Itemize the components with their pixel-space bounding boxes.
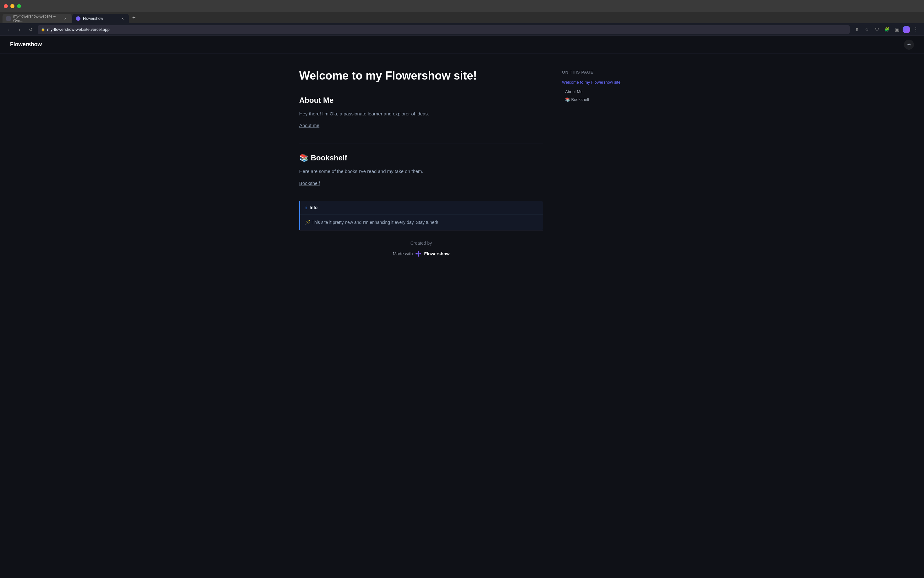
tab-label-inactive: my-flowershow-website – Ove... <box>13 14 60 23</box>
footer-created-by: Created by <box>299 240 543 245</box>
tab-inactive[interactable]: my-flowershow-website – Ove... ✕ <box>3 14 72 23</box>
footer-made-with: Made with Flowershow <box>299 251 543 257</box>
share-button[interactable]: ⬆ <box>852 25 861 34</box>
svg-point-2 <box>417 255 419 257</box>
about-me-link[interactable]: About me <box>299 123 319 128</box>
browser-titlebar <box>0 0 924 12</box>
toc-item-about-me[interactable]: About Me <box>562 88 625 96</box>
tab-close-active[interactable]: ✕ <box>120 16 125 21</box>
svg-point-1 <box>417 251 419 253</box>
bookshelf-link[interactable]: Bookshelf <box>299 180 320 186</box>
svg-point-4 <box>419 253 421 255</box>
flowershow-footer-icon <box>415 251 421 257</box>
site-logo: Flowershow <box>10 41 42 48</box>
user-avatar[interactable] <box>903 26 910 33</box>
maximize-button[interactable] <box>17 4 21 8</box>
address-bar[interactable]: 🔒 my-flowershow-website.vercel.app <box>38 25 850 34</box>
forward-button[interactable]: › <box>15 25 24 34</box>
about-me-section: About Me Hey there! I'm Ola, a passionat… <box>299 96 543 141</box>
page-title: Welcome to my Flowershow site! <box>299 68 543 83</box>
add-tab-button[interactable]: + <box>129 13 138 22</box>
callout-header: ℹ Info <box>300 201 543 214</box>
tab-favicon-other <box>6 16 11 21</box>
bookmark-button[interactable]: ☆ <box>863 25 871 34</box>
toc-item-welcome[interactable]: Welcome to my Flowershow site! <box>562 78 625 86</box>
toc-heading: On this page <box>562 70 625 75</box>
browser-toolbar: ‹ › ↺ 🔒 my-flowershow-website.vercel.app… <box>0 23 924 36</box>
page-wrapper: Flowershow ☀ Welcome to my Flowershow si… <box>0 36 924 578</box>
back-button[interactable]: ‹ <box>4 25 13 34</box>
sidebar-button[interactable]: ▣ <box>893 25 901 34</box>
made-with-text: Made with <box>393 251 413 256</box>
about-me-text: Hey there! I'm Ola, a passionate learner… <box>299 110 543 118</box>
close-button[interactable] <box>4 4 8 8</box>
tab-active[interactable]: Flowershow ✕ <box>72 14 129 23</box>
section-divider <box>299 143 543 143</box>
tab-favicon-flowershow <box>76 16 81 21</box>
lock-icon: 🔒 <box>41 28 45 31</box>
about-me-heading: About Me <box>299 96 543 105</box>
address-text: my-flowershow-website.vercel.app <box>47 27 110 32</box>
callout-title: Info <box>309 205 318 210</box>
browser-chrome: my-flowershow-website – Ove... ✕ Flowers… <box>0 0 924 36</box>
bookshelf-heading: 📚 Bookshelf <box>299 153 543 162</box>
extension-button[interactable]: 🛡 <box>872 25 881 34</box>
extensions-button[interactable]: 🧩 <box>882 25 891 34</box>
bookshelf-text: Here are some of the books I've read and… <box>299 167 543 175</box>
info-callout: ℹ Info 🪄 This site it pretty new and I'm… <box>299 201 543 230</box>
svg-point-0 <box>417 253 419 255</box>
tab-close-inactive[interactable]: ✕ <box>63 16 68 21</box>
callout-body: 🪄 This site it pretty new and I'm enhanc… <box>300 214 543 230</box>
sun-icon: ☀ <box>907 42 911 47</box>
menu-button[interactable]: ⋮ <box>911 25 920 34</box>
reload-button[interactable]: ↺ <box>26 25 35 34</box>
bookshelf-section: 📚 Bookshelf Here are some of the books I… <box>299 153 543 230</box>
toc-item-bookshelf[interactable]: 📚 Bookshelf <box>562 96 625 104</box>
info-icon: ℹ <box>305 205 307 210</box>
main-content: Welcome to my Flowershow site! About Me … <box>299 68 543 267</box>
site-header: Flowershow ☀ <box>0 36 924 54</box>
minimize-button[interactable] <box>10 4 15 8</box>
footer-logo: Flowershow <box>424 251 450 256</box>
table-of-contents: On this page Welcome to my Flowershow si… <box>562 68 625 104</box>
content-layout: Welcome to my Flowershow site! About Me … <box>289 54 635 282</box>
browser-tabs: my-flowershow-website – Ove... ✕ Flowers… <box>0 12 924 23</box>
toolbar-right: ⬆ ☆ 🛡 🧩 ▣ ⋮ <box>852 25 920 34</box>
tab-label-active: Flowershow <box>83 16 103 21</box>
svg-point-3 <box>416 253 417 255</box>
theme-toggle-button[interactable]: ☀ <box>904 40 914 50</box>
site-footer: Created by Made with Flowershow <box>299 230 543 267</box>
